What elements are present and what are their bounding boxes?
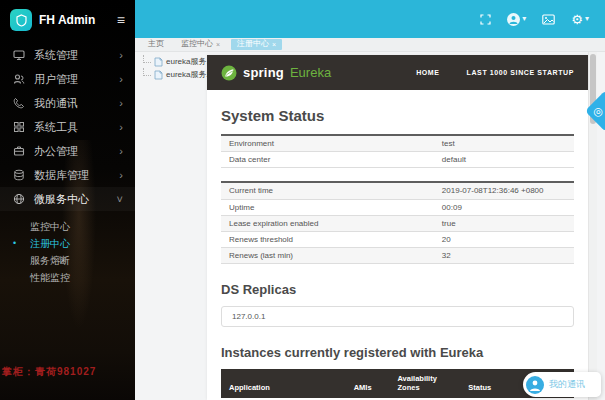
instances-table-header: Application AMIs Availability Zones Stat… xyxy=(221,369,574,398)
table-row: Uptime 00:09 xyxy=(221,200,574,216)
tab-label: 主页 xyxy=(148,40,164,49)
sidebar-item-my-contacts[interactable]: 我的通讯 › xyxy=(0,91,135,115)
table-row: Data center default xyxy=(221,152,574,168)
fullscreen-icon[interactable] xyxy=(480,14,491,25)
tree-item-label: eureka服务2 xyxy=(166,69,211,80)
sidebar-item-label: 用户管理 xyxy=(34,72,110,87)
chevron-right-icon: › xyxy=(119,146,123,157)
submenu-item-registry-center[interactable]: • 注册中心 xyxy=(0,235,135,252)
row-label: Current time xyxy=(221,183,440,198)
row-label: Environment xyxy=(221,136,440,151)
row-value: 2019-07-08T12:36:46 +0800 xyxy=(440,183,574,198)
briefcase-icon xyxy=(12,145,25,158)
user-avatar xyxy=(507,13,520,26)
nav-link-last-1000[interactable]: LAST 1000 SINCE STARTUP xyxy=(467,69,574,76)
close-icon[interactable]: × xyxy=(216,41,220,48)
monitor-icon xyxy=(12,49,25,62)
sidebar-item-office-mgmt[interactable]: 办公管理 › xyxy=(0,139,135,163)
spring-eureka-brand: spring Eureka xyxy=(221,65,331,81)
file-icon xyxy=(154,57,163,67)
app-title: FH Admin xyxy=(39,13,110,27)
submenu-item-monitor-center[interactable]: 监控中心 xyxy=(0,218,135,235)
sidebar-item-microservice-center[interactable]: 微服务中心 ˅ xyxy=(0,187,135,211)
settings-menu[interactable]: ⚙ ▾ xyxy=(571,13,589,26)
brand-spring-text: spring xyxy=(243,65,284,80)
settings-aperture-icon[interactable]: ◎ xyxy=(593,105,603,118)
row-label: Renews threshold xyxy=(221,232,440,247)
tab-label: 注册中心 xyxy=(237,40,269,49)
chevron-right-icon: › xyxy=(119,50,123,61)
sidebar-item-system-mgmt[interactable]: 系统管理 › xyxy=(0,43,135,67)
sidebar-item-label: 办公管理 xyxy=(34,144,110,159)
row-value: true xyxy=(440,216,574,231)
sidebar-item-label: 我的通讯 xyxy=(34,96,110,111)
close-icon[interactable]: × xyxy=(272,41,276,48)
globe-icon xyxy=(12,193,25,206)
gear-icon: ⚙ xyxy=(571,13,583,26)
row-label: Lease expiration enabled xyxy=(221,216,440,231)
table-row: Current time 2019-07-08T12:36:46 +0800 xyxy=(221,183,574,199)
database-icon xyxy=(12,169,25,182)
submenu-item-circuit-breaker[interactable]: 服务熔断 xyxy=(0,252,135,269)
logo-bar: FH Admin ≡ xyxy=(0,0,135,40)
submenu-item-performance-monitor[interactable]: 性能监控 xyxy=(0,269,135,286)
caret-down-icon: ▾ xyxy=(522,15,526,23)
chat-widget-label: 我的通讯 xyxy=(549,378,585,391)
tab-home[interactable]: 主页 xyxy=(142,39,170,50)
chevron-right-icon: › xyxy=(119,98,123,109)
phone-icon xyxy=(12,97,25,110)
tab-monitor-center[interactable]: 监控中心 × xyxy=(175,39,226,50)
chat-widget[interactable]: 我的通讯 xyxy=(523,372,601,397)
tab-label: 监控中心 xyxy=(181,40,213,49)
sidebar-menu: 系统管理 › 用户管理 › 我的通讯 › 系统工具 › xyxy=(0,43,135,290)
microservice-submenu: 监控中心 • 注册中心 服务熔断 性能监控 xyxy=(0,211,135,290)
nav-link-home[interactable]: HOME xyxy=(416,69,439,76)
sidebar-item-label: 系统工具 xyxy=(34,120,110,135)
main-content: eureka服务1 eureka服务2 spring Eureka HOME L… xyxy=(135,52,605,400)
row-label: Uptime xyxy=(221,200,440,215)
eureka-dashboard: spring Eureka HOME LAST 1000 SINCE START… xyxy=(207,55,588,400)
chevron-right-icon: › xyxy=(119,122,123,133)
row-value: 20 xyxy=(440,232,574,247)
sidebar-collapse-icon[interactable]: ≡ xyxy=(117,13,125,27)
tab-registry-center[interactable]: 注册中心 × xyxy=(231,39,282,50)
top-header: ▾ ⚙ ▾ xyxy=(135,0,605,38)
sidebar-item-database-mgmt[interactable]: 数据库管理 › xyxy=(0,163,135,187)
sidebar-item-label: 微服务中心 xyxy=(34,192,108,207)
user-menu[interactable]: ▾ xyxy=(507,13,526,26)
service-tree: eureka服务1 eureka服务2 xyxy=(143,55,211,81)
table-row: Renews threshold 20 xyxy=(221,232,574,248)
column-header-amis: AMIs xyxy=(354,383,398,392)
sidebar: FH Admin ≡ 系统管理 › 用户管理 › 我的通讯 › xyxy=(0,0,135,400)
message-icon[interactable] xyxy=(542,14,555,25)
table-row: Environment test xyxy=(221,136,574,152)
eureka-navbar: spring Eureka HOME LAST 1000 SINCE START… xyxy=(207,55,588,90)
tree-connector xyxy=(143,68,151,76)
chevron-right-icon: › xyxy=(119,170,123,181)
row-label: Renews (last min) xyxy=(221,248,440,263)
runtime-status-table: Current time 2019-07-08T12:36:46 +0800 U… xyxy=(221,181,574,264)
spring-leaf-icon xyxy=(221,65,237,81)
chevron-down-icon: ˅ xyxy=(117,194,123,205)
chat-avatar xyxy=(526,376,544,394)
row-value: test xyxy=(440,136,574,151)
tree-item-eureka-service-2[interactable]: eureka服务2 xyxy=(143,68,211,81)
submenu-item-label: 注册中心 xyxy=(30,238,70,249)
sidebar-item-system-tools[interactable]: 系统工具 › xyxy=(0,115,135,139)
sidebar-item-user-mgmt[interactable]: 用户管理 › xyxy=(0,67,135,91)
tab-bar: 主页 监控中心 × 注册中心 × xyxy=(135,38,605,52)
tree-item-eureka-service-1[interactable]: eureka服务1 xyxy=(143,55,211,68)
sidebar-item-label: 数据库管理 xyxy=(34,168,110,183)
section-title-ds-replicas: DS Replicas xyxy=(221,282,574,297)
eureka-body: System Status Environment test Data cent… xyxy=(207,90,588,398)
active-dot-icon: • xyxy=(13,235,16,252)
caret-down-icon: ▾ xyxy=(585,15,589,23)
table-row: Renews (last min) 32 xyxy=(221,248,574,264)
table-row: Lease expiration enabled true xyxy=(221,216,574,232)
section-title-system-status: System Status xyxy=(221,107,574,124)
row-value: default xyxy=(440,152,574,167)
row-label: Data center xyxy=(221,152,440,167)
eureka-nav-links: HOME LAST 1000 SINCE STARTUP xyxy=(416,69,574,76)
users-icon xyxy=(12,73,25,86)
footer-note: 掌柜：青荷981027 xyxy=(2,365,96,379)
